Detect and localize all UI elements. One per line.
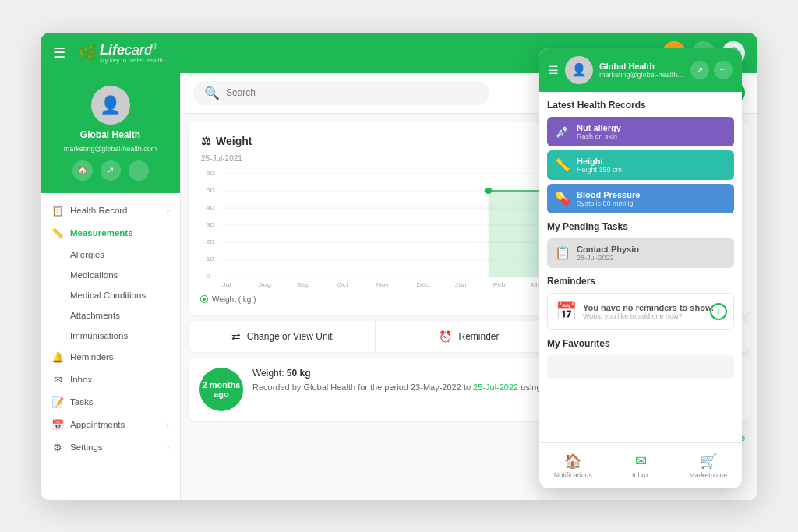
chart-date-start: 25-Jul-2021 — [201, 154, 242, 163]
marketplace-footer-icon: 🛒 — [700, 453, 717, 470]
reminders-section: Reminders 📅 You have no reminders to sho… — [547, 276, 734, 330]
svg-text:Nov: Nov — [376, 280, 390, 287]
sidebar-item-label: Measurements — [70, 228, 133, 238]
pending-task-icon: 📋 — [555, 245, 570, 260]
measurements-icon: 📏 — [51, 227, 64, 239]
mobile-panel-header: ☰ 👤 Global Health marketing@global-healt… — [539, 48, 742, 92]
sidebar-item-medications[interactable]: Medications — [41, 265, 180, 285]
hrc-info: Blood Pressure Systolic 80 mmHg — [577, 190, 640, 207]
mp-avatar: 👤 — [565, 56, 593, 84]
more-profile-button[interactable]: ··· — [129, 160, 149, 181]
svg-point-16 — [485, 188, 493, 194]
reminders-title: Reminders — [547, 276, 734, 287]
mp-footer-notifications[interactable]: 🏠 Notifications — [539, 449, 607, 482]
chevron-icon: › — [167, 443, 169, 452]
sidebar-user-name: Global Health — [80, 129, 140, 140]
reminder-empty-title: You have no reminders to show. — [583, 303, 714, 312]
mp-footer-notifications-label: Notifications — [554, 471, 592, 479]
sidebar-item-reminders[interactable]: 🔔 Reminders — [41, 346, 180, 368]
change-view-unit-button[interactable]: ⇄ Change or View Unit — [189, 321, 376, 352]
activity-badge: 2 months ago — [200, 368, 243, 411]
logo-leaf-icon: 🌿 — [78, 44, 97, 62]
reminder-add-button[interactable]: + — [710, 303, 727, 320]
activity-date-link[interactable]: 25-Jul-2022 — [473, 382, 518, 392]
sidebar-user-email: marketing@global-health.com — [64, 145, 157, 153]
calendar-icon: 📅 — [556, 301, 577, 322]
sidebar-item-tasks[interactable]: 📝 Tasks — [41, 391, 180, 414]
svg-text:60: 60 — [206, 169, 214, 176]
notifications-footer-icon: 🏠 — [564, 453, 581, 470]
sidebar-item-label: Allergies — [70, 250, 104, 259]
activity-badge-line1: 2 months — [203, 380, 241, 389]
sidebar-item-settings[interactable]: ⚙ Settings › — [41, 436, 180, 459]
svg-text:30: 30 — [206, 220, 214, 227]
share-profile-button[interactable]: ↗ — [101, 160, 121, 181]
hrc-subtitle: Systolic 80 mmHg — [577, 199, 640, 207]
sidebar-item-inbox[interactable]: ✉ Inbox — [41, 368, 180, 391]
hrc-info: Height Height 150 cm — [577, 157, 622, 174]
pending-task-card[interactable]: 📋 Contact Physio 28-Jul-2022 — [547, 238, 734, 268]
mp-footer-marketplace[interactable]: 🛒 Marketplace — [674, 449, 742, 482]
reminder-empty-info: You have no reminders to show. Would you… — [583, 303, 714, 320]
legend-label: Weight ( kg ) — [212, 295, 256, 304]
sidebar-profile-actions: 🏠 ↗ ··· — [72, 160, 149, 181]
health-record-blood-pressure[interactable]: 💊 Blood Pressure Systolic 80 mmHg — [547, 184, 734, 213]
logo-tagline: My key to better health. — [100, 57, 164, 64]
svg-text:Sep: Sep — [297, 280, 310, 287]
reminder-empty-sub: Would you like to add one now? — [583, 312, 714, 320]
home-profile-button[interactable]: 🏠 — [72, 160, 93, 181]
reminders-icon: 🔔 — [51, 351, 64, 363]
mp-footer-inbox-label: Inbox — [632, 471, 649, 479]
activity-badge-line2: ago — [214, 389, 229, 399]
mp-user-email: marketing@global-health... — [599, 71, 684, 79]
mp-share-button[interactable]: ↗ — [690, 61, 709, 79]
sidebar-item-allergies[interactable]: Allergies — [41, 245, 180, 265]
weight-icon: ⚖ — [201, 135, 211, 147]
sidebar-item-immunisations[interactable]: Immunisations — [41, 326, 180, 346]
health-record-height[interactable]: 📏 Height Height 150 cm — [547, 150, 734, 180]
hrc-subtitle: Height 150 cm — [577, 166, 622, 174]
legend-dot — [201, 296, 207, 302]
svg-text:Jul: Jul — [222, 280, 231, 287]
sidebar-profile: 👤 Global Health marketing@global-health.… — [41, 73, 180, 193]
tasks-icon: 📝 — [51, 396, 64, 408]
mobile-panel-footer: 🏠 Notifications ✉ Inbox 🛒 Marketplace — [539, 442, 742, 488]
hrc-info: Nut allergy Rash on skin — [577, 123, 621, 140]
sidebar-item-medical-conditions[interactable]: Medical Conditions — [41, 285, 180, 305]
change-view-unit-icon: ⇄ — [231, 330, 241, 343]
sidebar-item-label: Settings — [70, 442, 103, 452]
pending-tasks-section: My Pending Tasks 📋 Contact Physio 28-Jul… — [547, 221, 734, 268]
hamburger-icon[interactable]: ☰ — [53, 44, 65, 62]
search-input[interactable] — [226, 87, 478, 98]
inbox-icon: ✉ — [51, 374, 64, 386]
height-icon: 📏 — [555, 157, 570, 172]
latest-records-title: Latest Health Records — [547, 100, 734, 111]
search-icon: 🔍 — [204, 86, 220, 100]
mp-user-name: Global Health — [599, 62, 684, 71]
health-record-icon: 📋 — [51, 205, 64, 217]
sidebar-item-measurements[interactable]: 📏 Measurements — [41, 222, 180, 245]
search-bar[interactable]: 🔍 — [193, 81, 489, 105]
sidebar-item-label: Inbox — [70, 375, 92, 384]
mp-more-button[interactable]: ⋯ — [714, 61, 733, 79]
mp-footer-inbox[interactable]: ✉ Inbox — [607, 449, 675, 482]
health-record-nut-allergy[interactable]: 💉 Nut allergy Rash on skin — [547, 117, 734, 146]
activity-weight-value: 50 kg — [287, 368, 311, 379]
sidebar-item-appointments[interactable]: 📅 Appointments › — [41, 414, 180, 436]
pending-task-title: Contact Physio — [577, 245, 639, 254]
chart-title: ⚖ Weight — [201, 135, 252, 147]
pending-title: My Pending Tasks — [547, 221, 734, 232]
mp-menu-icon[interactable]: ☰ — [549, 64, 559, 76]
change-view-unit-label: Change or View Unit — [247, 331, 333, 342]
reminder-label: Reminder — [458, 331, 499, 342]
favourites-section: My Favourites — [547, 338, 734, 379]
sidebar-item-health-record[interactable]: 📋 Health Record › — [41, 199, 180, 222]
reminder-button[interactable]: ⏰ Reminder — [376, 321, 563, 352]
chevron-icon: › — [167, 206, 169, 215]
svg-text:40: 40 — [206, 203, 214, 210]
sidebar-item-attachments[interactable]: Attachments — [41, 305, 180, 326]
hrc-title: Height — [577, 157, 622, 166]
sidebar-nav: 📋 Health Record › 📏 Measurements Allergi… — [41, 193, 180, 500]
svg-text:Dec: Dec — [416, 280, 429, 287]
favourites-title: My Favourites — [547, 338, 734, 349]
